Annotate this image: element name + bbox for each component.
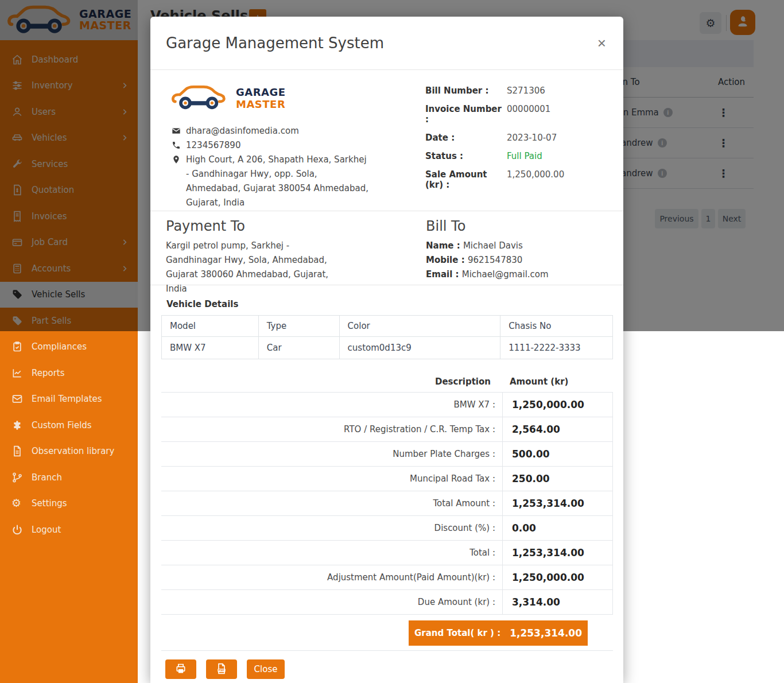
parties-section: Payment To Kargil petrol pump, Sarkhej -… [150, 211, 623, 285]
close-button[interactable]: Close [247, 659, 285, 679]
vehicle-col-color: Color [339, 316, 500, 337]
vehicle-chasis: 1111-2222-3333 [500, 337, 613, 359]
gear-icon: ⚙ [11, 498, 23, 509]
bill-to-mobile: Mobile : 9621547830 [426, 253, 549, 267]
charge-row: RTO / Registration / C.R. Temp Tax :2,56… [161, 417, 613, 441]
company-logo: GARAGE MASTER [172, 83, 425, 114]
chart-line-icon [11, 367, 23, 379]
charges-table: Description Amount (kr) BMW X7 :1,250,00… [161, 371, 613, 651]
grand-total-box: Grand Total( kr ) : 1,253,314.00 [409, 620, 588, 646]
sidebar-item-logout[interactable]: Logout [0, 517, 138, 543]
brand-name-top: GARAGE [236, 86, 286, 98]
amount-header: Amount (kr) [502, 377, 613, 387]
modal-footer: PDF Close [150, 651, 623, 679]
charge-row: Muncipal Road Tax :250.00 [161, 466, 613, 491]
modal-header: Garage Management System × [150, 17, 623, 70]
clipboard-check-icon [11, 341, 23, 352]
sidebar-item-branch[interactable]: Branch [0, 464, 138, 491]
date-label: Date : [425, 133, 507, 143]
invoice-number-label: Invoice Number : [425, 104, 507, 125]
company-phone-row: 1234567890 [172, 138, 425, 153]
garage-master-logo-icon [172, 83, 227, 114]
charge-row: Total Amount :1,253,314.00 [161, 491, 613, 515]
vehicle-col-chasis: Chasis No [500, 316, 613, 337]
vehicle-color: custom0d13c9 [339, 337, 500, 359]
envelope-icon [11, 393, 23, 405]
company-phone: 1234567890 [186, 138, 240, 153]
bill-to-email: Email : Michael@gmail.com [426, 267, 549, 282]
sidebar-item-custom-fields[interactable]: Custom Fields [0, 412, 138, 438]
file-icon [11, 445, 23, 457]
grand-total-value: 1,253,314.00 [510, 627, 582, 639]
charge-row: Adjustment Amount(Paid Amount)(kr) :1,25… [161, 565, 613, 589]
envelope-icon [172, 126, 181, 135]
payment-to-address: Kargil petrol pump, Sarkhej - Gandhinaga… [166, 239, 341, 296]
charge-row: Due Amount (kr) :3,314.00 [161, 589, 613, 614]
modal-title: Garage Management System [166, 34, 384, 52]
phone-icon [172, 141, 181, 150]
charge-row: Total :1,253,314.00 [161, 540, 613, 565]
company-address-row: High Court, A 206, Shapath Hexa, Sarkhej… [172, 153, 425, 210]
pdf-file-icon: PDF [216, 663, 227, 676]
close-icon[interactable]: × [597, 36, 606, 51]
vehicle-col-type: Type [258, 316, 339, 337]
puzzle-icon [11, 420, 23, 431]
vehicle-details-heading: Vehicle Details [166, 299, 613, 309]
charge-row: Number Plate Charges :500.00 [161, 441, 613, 466]
description-header: Description [161, 377, 502, 387]
payment-to-heading: Payment To [166, 218, 426, 234]
company-email: dhara@dasinfomedia.com [186, 124, 299, 138]
brand-name-bottom: MASTER [236, 98, 286, 110]
bill-number-value: S271306 [507, 86, 545, 96]
bill-to-heading: Bill To [426, 218, 549, 234]
status-label: Status : [425, 151, 507, 161]
company-email-row: dhara@dasinfomedia.com [172, 124, 425, 138]
sidebar-item-observation-library[interactable]: Observation library [0, 438, 138, 465]
charges-header-row: Description Amount (kr) [161, 371, 613, 392]
bill-info: Bill Number :S271306 Invoice Number :000… [425, 83, 606, 211]
invoice-number-value: 00000001 [507, 104, 550, 125]
sidebar-item-email-templates[interactable]: Email Templates [0, 386, 138, 413]
vehicle-col-model: Model [162, 316, 259, 337]
printer-icon [175, 663, 187, 676]
bill-to-name: Name : Michael Davis [426, 239, 549, 253]
grand-total-row: Grand Total( kr ) : 1,253,314.00 [161, 614, 613, 651]
sidebar-item-settings[interactable]: ⚙ Settings [0, 491, 138, 517]
grand-total-label: Grand Total( kr ) : [414, 628, 500, 638]
date-value: 2023-10-07 [507, 133, 557, 143]
pdf-download-button[interactable]: PDF [206, 659, 237, 679]
bill-number-label: Bill Number : [425, 86, 507, 96]
sidebar-item-compliances[interactable]: Compliances [0, 334, 138, 360]
sidebar-item-reports[interactable]: Reports [0, 360, 138, 386]
invoice-top-section: GARAGE MASTER dhara@dasinfomedia.com 123… [150, 70, 623, 211]
screen: GARAGE MASTER Dashboard Inventory Users [0, 0, 784, 683]
print-button[interactable] [165, 659, 196, 679]
power-icon [11, 524, 23, 535]
sale-amount-value: 1,250,000.00 [507, 169, 564, 190]
sale-amount-label: Sale Amount (kr) : [425, 169, 507, 190]
invoice-modal: Garage Management System × [150, 17, 623, 683]
vehicle-row: BMW X7 Car custom0d13c9 1111-2222-3333 [162, 337, 613, 359]
charge-row: Discount (%) :0.00 [161, 515, 613, 540]
vehicle-type: Car [258, 337, 339, 359]
status-badge: Full Paid [507, 151, 542, 161]
map-pin-icon [172, 155, 181, 164]
vehicle-details-section: Vehicle Details Model Type Color Chasis … [150, 285, 623, 359]
vehicle-details-table: Model Type Color Chasis No BMW X7 Car cu… [161, 315, 613, 359]
company-address: High Court, A 206, Shapath Hexa, Sarkhej… [186, 153, 368, 210]
git-branch-icon [11, 472, 23, 483]
vehicle-model: BMW X7 [162, 337, 259, 359]
charge-row: BMW X7 :1,250,000.00 [161, 392, 613, 417]
svg-text:PDF: PDF [219, 669, 224, 672]
